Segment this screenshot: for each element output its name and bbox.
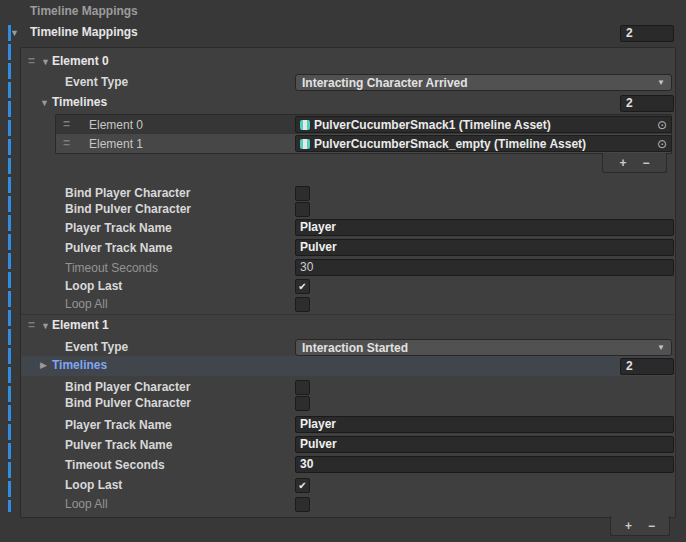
remove-element-button[interactable]: − — [643, 156, 650, 170]
timelines-item1-label: Element 1 — [89, 137, 143, 151]
element1-timeout-input[interactable]: 30 — [295, 456, 674, 473]
element1-timelines-size-field[interactable]: 2 — [620, 358, 674, 375]
timeline-asset-icon — [300, 139, 310, 149]
element1-bind-player-label: Bind Player Character — [65, 380, 190, 394]
root-list-size-field[interactable]: 2 — [620, 25, 674, 42]
element0-timelines-list-box: = Element 0 PulverCucumberSmack1 (Timeli… — [55, 114, 672, 154]
element0-title[interactable]: Element 0 — [52, 54, 109, 68]
element0-bind-pulver-label: Bind Pulver Character — [65, 202, 191, 216]
element1-player-track-label: Player Track Name — [65, 418, 172, 432]
element0-loop-last-label: Loop Last — [65, 279, 122, 293]
element0-bind-pulver-checkbox[interactable] — [295, 202, 310, 217]
timelines-list-row[interactable]: = Element 0 PulverCucumberSmack1 (Timeli… — [56, 115, 671, 134]
element0-timeout-label: Timeout Seconds — [65, 261, 158, 275]
element1-loop-last-label: Loop Last — [65, 478, 122, 492]
element1-title[interactable]: Element 1 — [52, 318, 109, 332]
element1-pulver-track-label: Pulver Track Name — [65, 438, 172, 452]
element0-timelines-title[interactable]: Timelines — [52, 95, 107, 109]
timelines-item0-drag-handle-icon[interactable]: = — [63, 117, 69, 131]
timelines-item0-object-value: PulverCucumberSmack1 (Timeline Asset) — [314, 118, 551, 132]
element0-player-track-label: Player Track Name — [65, 221, 172, 235]
element1-timelines-title[interactable]: Timelines — [52, 358, 107, 372]
timelines-item0-label: Element 0 — [89, 118, 143, 132]
element0-player-track-input[interactable]: Player — [295, 219, 674, 236]
element0-timelines-size-field[interactable]: 2 — [620, 95, 674, 112]
element1-player-track-input[interactable]: Player — [295, 416, 674, 433]
timelines-item1-object-field[interactable]: PulverCucumberSmack_empty (Timeline Asse… — [295, 135, 672, 152]
element-separator — [21, 314, 674, 315]
element0-bind-player-label: Bind Player Character — [65, 186, 190, 200]
element0-event-type-label: Event Type — [65, 75, 128, 89]
prefab-override-stripe — [8, 25, 11, 512]
element0-loop-all-label: Loop All — [65, 297, 108, 311]
element1-bind-pulver-checkbox[interactable] — [295, 396, 310, 411]
add-element-button[interactable]: + — [619, 156, 626, 170]
object-picker-icon[interactable]: ⊙ — [657, 118, 667, 132]
timeline-mappings-list-footer: + − — [610, 516, 670, 536]
inspector-panel: Timeline Mappings ▼ Timeline Mappings 2 … — [0, 0, 686, 542]
root-foldout-triangle-icon[interactable]: ▼ — [10, 29, 19, 38]
element0-bind-player-checkbox[interactable] — [295, 186, 310, 201]
element0-pulver-track-label: Pulver Track Name — [65, 241, 172, 255]
element1-event-type-value: Interaction Started — [302, 341, 408, 355]
element1-timelines-foldout-triangle-icon[interactable]: ▶ — [40, 361, 47, 370]
element0-drag-handle-icon[interactable]: = — [28, 54, 34, 68]
element1-timelines-selected-row[interactable] — [21, 356, 674, 376]
element1-event-type-dropdown[interactable]: Interaction Started ▼ — [295, 339, 672, 356]
timelines-item1-object-value: PulverCucumberSmack_empty (Timeline Asse… — [314, 137, 586, 151]
element1-loop-last-checkbox[interactable]: ✔ — [295, 478, 310, 493]
element0-pulver-track-input[interactable]: Pulver — [295, 239, 674, 256]
element1-loop-all-label: Loop All — [65, 497, 108, 511]
check-icon: ✔ — [298, 282, 306, 292]
element0-foldout-triangle-icon[interactable]: ▼ — [41, 58, 50, 67]
add-mapping-button[interactable]: + — [625, 519, 632, 533]
dropdown-caret-icon: ▼ — [657, 78, 665, 87]
root-foldout-title[interactable]: Timeline Mappings — [30, 25, 138, 39]
element1-bind-pulver-label: Bind Pulver Character — [65, 396, 191, 410]
element0-timelines-foldout-triangle-icon[interactable]: ▼ — [40, 99, 49, 108]
element1-event-type-label: Event Type — [65, 340, 128, 354]
timeline-asset-icon — [300, 120, 310, 130]
remove-mapping-button[interactable]: − — [648, 519, 655, 533]
dropdown-caret-icon: ▼ — [657, 343, 665, 352]
object-picker-icon[interactable]: ⊙ — [657, 137, 667, 151]
element1-pulver-track-input[interactable]: Pulver — [295, 436, 674, 453]
element1-foldout-triangle-icon[interactable]: ▼ — [41, 322, 50, 331]
element1-bind-player-checkbox[interactable] — [295, 380, 310, 395]
element0-loop-last-checkbox[interactable]: ✔ — [295, 279, 310, 294]
timelines-list-footer: + − — [602, 153, 667, 173]
script-property-label: Timeline Mappings — [30, 4, 138, 18]
element1-drag-handle-icon[interactable]: = — [28, 318, 34, 332]
timelines-list-row[interactable]: = Element 1 PulverCucumberSmack_empty (T… — [56, 134, 671, 153]
timelines-item1-drag-handle-icon[interactable]: = — [63, 136, 69, 150]
element1-timeout-label: Timeout Seconds — [65, 458, 165, 472]
element1-loop-all-checkbox[interactable] — [295, 497, 310, 512]
timelines-item0-object-field[interactable]: PulverCucumberSmack1 (Timeline Asset) ⊙ — [295, 116, 672, 133]
element0-loop-all-checkbox[interactable] — [295, 297, 310, 312]
check-icon: ✔ — [298, 481, 306, 491]
element0-timeout-input[interactable]: 30 — [295, 259, 674, 276]
element0-event-type-dropdown[interactable]: Interacting Character Arrived ▼ — [295, 74, 672, 91]
element0-event-type-value: Interacting Character Arrived — [302, 76, 468, 90]
